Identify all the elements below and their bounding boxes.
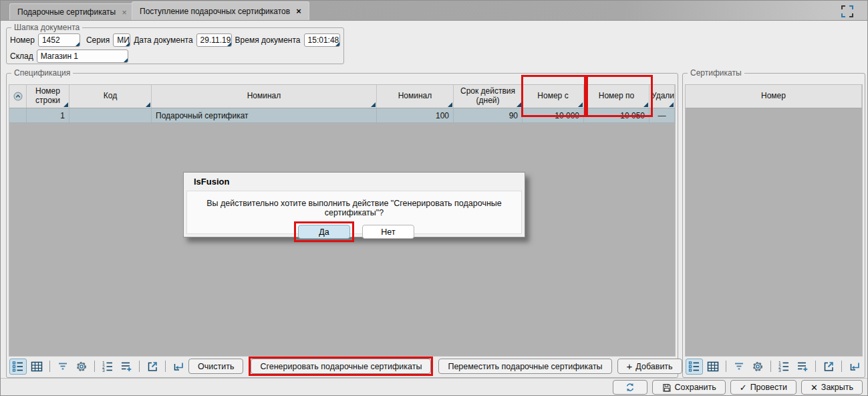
add-row-icon[interactable]	[118, 359, 135, 375]
panel-legend: Сертификаты	[688, 68, 744, 78]
panel-legend: Спецификация	[11, 68, 73, 78]
toolbar-separator	[165, 361, 166, 372]
numbered-list-icon[interactable]: 1 2 3	[99, 359, 116, 375]
col-header-cert-number[interactable]: Номер	[686, 85, 862, 108]
cell-name: Подарочный сертификат	[152, 108, 377, 122]
clear-button[interactable]: Очистить	[188, 359, 243, 374]
open-external-icon[interactable]	[820, 359, 837, 375]
cell-number-to: 10 050	[584, 108, 649, 122]
specification-buttons: Очистить Сгенерировать подарочные сертиф…	[188, 357, 684, 376]
close-x-icon: ✕	[811, 383, 818, 392]
time-label: Время документа	[235, 35, 301, 45]
dialog-message: Вы действительно хотите выполнить действ…	[187, 199, 521, 217]
refresh-button[interactable]	[613, 380, 647, 395]
tab-bar: Подарочные сертификаты × Поступление под…	[1, 1, 867, 21]
number-field[interactable]: 1452	[38, 33, 80, 47]
generate-gift-certificates-button[interactable]: Сгенерировать подарочные сертификаты	[251, 359, 431, 374]
time-field[interactable]: 15:01:48	[304, 33, 340, 47]
bottom-action-bar: Сохранить ✓ Провести ✕ Закрыть	[1, 378, 867, 396]
move-gift-certificates-button[interactable]: Переместить подарочные сертификаты	[438, 359, 611, 374]
col-header-delete[interactable]: Удалить	[649, 85, 675, 108]
filter-icon[interactable]	[54, 359, 71, 375]
cell-code	[69, 108, 152, 122]
grid-view-icon[interactable]	[28, 359, 45, 375]
dialog-body: Вы действительно хотите выполнить действ…	[186, 191, 522, 234]
col-header-number-from[interactable]: Номер с	[523, 85, 584, 108]
add-row-icon[interactable]	[794, 359, 811, 375]
panel-legend: Шапка документа	[11, 23, 82, 32]
certificates-panel: Сертификаты Номер	[682, 68, 865, 378]
app-window: Подарочные сертификаты × Поступление под…	[0, 0, 868, 396]
date-field[interactable]: 29.11.19	[196, 33, 232, 47]
highlight-frame-yes: Да	[294, 221, 354, 242]
dialog-yes-button[interactable]: Да	[298, 225, 350, 239]
close-button[interactable]: ✕ Закрыть	[801, 380, 863, 395]
table-row[interactable]: 1 Подарочный сертификат 100 90 10 000 10…	[9, 108, 675, 123]
series-label: Серия	[86, 35, 110, 45]
toolbar-separator	[726, 361, 726, 372]
settings-gear-icon[interactable]	[73, 359, 90, 375]
list-view-icon[interactable]	[686, 359, 703, 375]
tab-close-icon[interactable]: ×	[296, 7, 301, 15]
tab-gift-certificates[interactable]: Подарочные сертификаты ×	[9, 3, 135, 20]
store-label: Склад	[10, 52, 33, 61]
date-label: Дата документа	[134, 35, 192, 45]
toolbar-separator	[94, 361, 95, 372]
settings-gear-icon[interactable]	[749, 359, 766, 375]
toolbar-separator	[770, 361, 771, 372]
svg-text:3: 3	[778, 368, 781, 373]
store-field[interactable]: Магазин 1	[37, 50, 128, 63]
confirmation-dialog: lsFusion Вы действительно хотите выполни…	[183, 172, 525, 237]
numbered-list-icon[interactable]: 1 2 3	[775, 359, 792, 375]
sort-order-header[interactable]	[9, 85, 27, 108]
grid-header-row: Номер строки Код Номинал Номинал Срок де…	[9, 85, 675, 108]
col-header-nominal[interactable]: Номинал	[377, 85, 454, 108]
fullscreen-icon[interactable]	[840, 4, 855, 19]
tab-close-icon[interactable]: ×	[122, 8, 127, 17]
tab-label: Поступление подарочных сертификатов	[140, 7, 290, 16]
specification-toolbar: 1 2 3	[9, 357, 676, 375]
toolbar-separator	[49, 361, 50, 372]
grid-view-icon[interactable]	[704, 359, 722, 375]
plus-icon: +	[627, 361, 633, 371]
dialog-title: lsFusion	[184, 173, 525, 191]
toolbar-separator	[841, 361, 842, 372]
col-header-number-to[interactable]: Номер по	[584, 85, 649, 108]
dialog-no-button[interactable]: Нет	[362, 225, 414, 239]
filter-icon[interactable]	[730, 359, 748, 375]
sort-circle-up-icon	[12, 90, 24, 102]
cell-number-from: 10 000	[523, 108, 584, 122]
add-button[interactable]: + Добавить	[617, 359, 682, 374]
certificates-grid: Номер	[685, 84, 863, 357]
tab-receipt-gift-certificates[interactable]: Поступление подарочных сертификатов ×	[132, 1, 309, 20]
save-icon	[662, 383, 672, 393]
tab-label: Подарочные сертификаты	[17, 7, 116, 17]
col-header-name[interactable]: Номинал	[152, 85, 377, 108]
col-header-code[interactable]: Код	[69, 85, 152, 108]
refresh-grid-icon[interactable]	[170, 359, 187, 375]
col-header-line-number[interactable]: Номер строки	[27, 85, 69, 108]
open-external-icon[interactable]	[144, 359, 161, 375]
toolbar-separator	[815, 361, 816, 372]
toolbar-separator	[139, 361, 140, 372]
cell-nominal: 100	[377, 108, 454, 122]
svg-text:3: 3	[102, 368, 105, 373]
cell-line-number: 1	[27, 108, 69, 122]
series-field[interactable]: МИ	[113, 33, 130, 47]
refresh-icon	[625, 382, 635, 393]
save-button[interactable]: Сохранить	[652, 380, 726, 395]
post-document-button[interactable]: ✓ Провести	[730, 380, 797, 395]
number-label: Номер	[10, 35, 35, 45]
check-icon: ✓	[740, 383, 747, 392]
cell-delete[interactable]: —	[649, 108, 675, 122]
list-view-icon[interactable]	[9, 359, 27, 375]
certificates-toolbar: 1 2 3	[685, 357, 863, 375]
col-header-validity[interactable]: Срок действия (дней)	[454, 85, 523, 108]
refresh-grid-icon[interactable]	[846, 359, 863, 375]
cell-validity: 90	[454, 108, 523, 122]
highlight-frame-generate: Сгенерировать подарочные сертификаты	[249, 357, 433, 376]
document-header-panel: Шапка документа Номер 1452 Серия МИ Дата…	[6, 23, 344, 64]
